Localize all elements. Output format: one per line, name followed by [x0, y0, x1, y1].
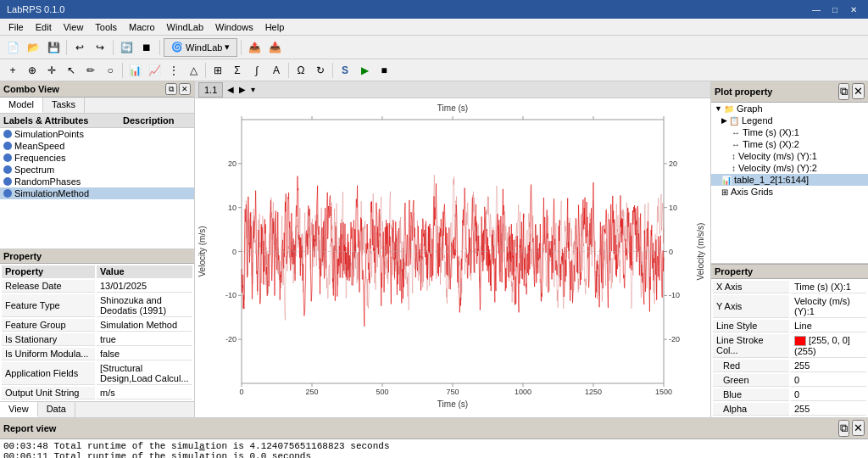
prop-featuregroup-val: Simulation Method [97, 319, 192, 332]
cycle-button[interactable]: ↻ [311, 61, 330, 80]
plot-tree-legend[interactable]: ▶ 📋 Legend [711, 114, 868, 126]
plot-tree-timex2[interactable]: ↔ Time (s) (X):2 [711, 138, 868, 150]
combo-header-buttons: ⧉ ✕ [165, 83, 191, 95]
save-button[interactable]: 💾 [44, 38, 63, 57]
add-button[interactable]: + [3, 61, 22, 80]
new-button[interactable]: 📄 [3, 38, 22, 57]
circle-button[interactable]: ○ [101, 61, 120, 80]
ppt-row-linestyle: Line Style Line [713, 320, 866, 332]
sep1 [66, 40, 67, 55]
omega-button[interactable]: Ω [292, 61, 310, 80]
combo-close-button[interactable]: ✕ [179, 83, 191, 95]
menu-file[interactable]: File [3, 20, 29, 34]
menu-macro[interactable]: Macro [124, 20, 160, 34]
menu-edit[interactable]: Edit [31, 20, 57, 34]
spectrum-icon [3, 165, 12, 174]
nav-forward-button[interactable]: ▶ [236, 84, 248, 95]
tab-model[interactable]: Model [0, 98, 43, 113]
ppt-row-green: Green 0 [713, 374, 866, 387]
stop-button[interactable]: ⏹ [137, 38, 156, 57]
legend-icon: 📋 [729, 116, 739, 126]
plot-tree-vely2-label: Velocity (m/s) (Y):2 [738, 163, 817, 173]
toolbar2: + ⊕ ✛ ↖ ✏ ○ 📊 📈 ⋮ △ ⊞ Σ ∫ A Ω ↻ S ▶ ■ [0, 59, 868, 81]
stop2-button[interactable]: ■ [375, 61, 393, 80]
run-button[interactable]: ▶ [355, 61, 374, 80]
menu-windows[interactable]: Windows [210, 20, 259, 34]
plot-tree-graph[interactable]: ▼ 📁 Graph [711, 103, 868, 114]
formula-button[interactable]: ∫ [248, 61, 266, 80]
import-button[interactable]: 📥 [265, 38, 284, 57]
toolbar1: 📄 📂 💾 ↩ ↪ 🔄 ⏹ 🌀 WindLab ▾ 📤 📥 [0, 36, 868, 59]
ppt-row-blue: Blue 0 [713, 388, 866, 401]
nav-menu-button[interactable]: ▾ [248, 84, 258, 95]
text-button[interactable]: A [267, 61, 286, 80]
menu-tools[interactable]: Tools [90, 20, 122, 34]
windlab-button[interactable]: 🌀 WindLab ▾ [164, 38, 237, 57]
plot-tree-timex1[interactable]: ↔ Time (s) (X):1 [711, 126, 868, 138]
plot-tree-table-label: table_1_2[1:6144] [734, 175, 809, 185]
tree-item-randomphases[interactable]: RandomPhases [0, 176, 194, 187]
prop-row-featuregroup: Feature Group Simulation Method [2, 319, 192, 332]
tab-view[interactable]: View [0, 402, 38, 417]
open-button[interactable]: 📂 [24, 38, 42, 57]
bottom-panel: Report view ⧉ ✕ 00:03:48 Total runtime o… [0, 417, 868, 458]
area-button[interactable]: △ [184, 61, 203, 80]
plot-tree-vely2[interactable]: ↕ Velocity (m/s) (Y):2 [711, 162, 868, 174]
plot-prop-close-button[interactable]: ✕ [852, 83, 865, 99]
report-close-button[interactable]: ✕ [852, 420, 865, 436]
combo-float-button[interactable]: ⧉ [165, 83, 177, 95]
s-button[interactable]: S [336, 61, 354, 80]
draw-button[interactable]: ✏ [81, 61, 100, 80]
plot-tree-vely1-label: Velocity (m/s) (Y):1 [738, 151, 817, 161]
sep5 [122, 63, 123, 78]
sigma-button[interactable]: Σ [228, 61, 247, 80]
prop-uniform-key: Is Uniform Modula... [2, 348, 95, 360]
tree-col2-label: Description [123, 115, 191, 126]
table-button[interactable]: ⊞ [209, 61, 227, 80]
plot-prop-float-button[interactable]: ⧉ [838, 83, 849, 100]
scatter-button[interactable]: ⋮ [164, 61, 183, 80]
tree-item-simulationmethod[interactable]: SimulationMethod [0, 187, 194, 199]
tree-item-simulationpoints[interactable]: SimulationPoints [0, 128, 194, 140]
redo-button[interactable]: ↪ [91, 38, 109, 57]
export-button[interactable]: 📤 [245, 38, 264, 57]
tab-data[interactable]: Data [38, 402, 75, 417]
move-button[interactable]: ✛ [42, 61, 61, 80]
maximize-button[interactable]: □ [827, 3, 843, 15]
close-button[interactable]: ✕ [846, 3, 861, 15]
menu-help[interactable]: Help [260, 20, 290, 34]
prop-row-isstationary: Is Stationary true [2, 333, 192, 346]
select-button[interactable]: ↖ [62, 61, 81, 80]
tree-item-meanspeed[interactable]: MeanSpeed [0, 140, 194, 152]
plot-tree-table[interactable]: 📊 table_1_2[1:6144] [711, 174, 868, 186]
plot-tree-vely1[interactable]: ↕ Velocity (m/s) (Y):1 [711, 150, 868, 162]
crosshair-button[interactable]: ⊕ [23, 61, 42, 80]
prop-unitstring-val: m/s [97, 387, 192, 399]
tab-tasks[interactable]: Tasks [43, 98, 85, 113]
line-chart-button[interactable]: 📈 [145, 61, 164, 80]
refresh-button[interactable]: 🔄 [117, 38, 136, 57]
ppt-blue-val: 0 [791, 388, 866, 401]
prop-appfields-key: Application Fields [2, 362, 95, 385]
prop-row-isuniform: Is Uniform Modula... false [2, 348, 192, 360]
minimize-button[interactable]: — [809, 3, 824, 15]
color-swatch-red [794, 336, 806, 346]
tree-item-simulationpoints-label: SimulationPoints [14, 129, 84, 139]
nav-back-button[interactable]: ◀ [225, 84, 236, 95]
timex2-icon: ↔ [732, 140, 740, 149]
center-tab-11[interactable]: 1.1 [198, 82, 223, 98]
ppt-row-strokecol: Line Stroke Col... [255, 0, 0] (255) [713, 334, 866, 358]
plot-prop-header-buttons: ⧉ ✕ [838, 83, 865, 100]
tree-item-spectrum-label: Spectrum [14, 165, 54, 175]
bar-chart-button[interactable]: 📊 [125, 61, 144, 80]
menu-windlab[interactable]: WindLab [162, 20, 209, 34]
menu-view[interactable]: View [58, 20, 89, 34]
sep3 [159, 40, 160, 55]
report-float-button[interactable]: ⧉ [838, 420, 849, 437]
tree-item-frequencies[interactable]: Frequencies [0, 152, 194, 164]
prop-col-value: Value [97, 265, 192, 278]
prop-uniform-val: false [97, 348, 192, 360]
tree-item-spectrum[interactable]: Spectrum [0, 164, 194, 176]
plot-tree-axisgrids[interactable]: ⊞ Axis Grids [711, 186, 868, 198]
undo-button[interactable]: ↩ [70, 38, 89, 57]
